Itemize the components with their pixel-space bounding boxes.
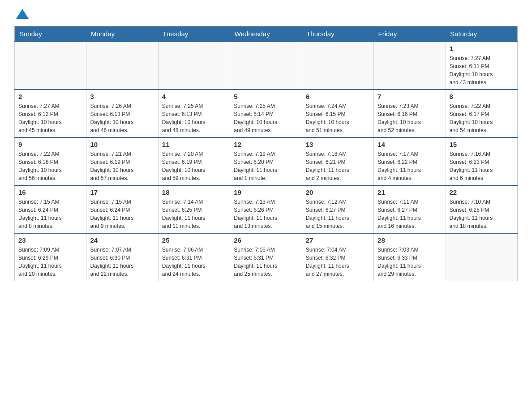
day-number: 16: [18, 188, 82, 196]
day-info: Sunrise: 7:16 AMSunset: 6:23 PMDaylight:…: [450, 150, 514, 182]
day-info: Sunrise: 7:23 AMSunset: 6:16 PMDaylight:…: [378, 102, 442, 134]
day-info: Sunrise: 7:25 AMSunset: 6:13 PMDaylight:…: [162, 102, 226, 134]
calendar-week-row: 1Sunrise: 7:27 AMSunset: 6:11 PMDaylight…: [15, 42, 518, 90]
day-number: 14: [378, 141, 442, 148]
day-info: Sunrise: 7:24 AMSunset: 6:15 PMDaylight:…: [306, 102, 370, 134]
calendar-cell: 5Sunrise: 7:25 AMSunset: 6:14 PMDaylight…: [230, 90, 302, 137]
calendar-cell: 6Sunrise: 7:24 AMSunset: 6:15 PMDaylight…: [302, 90, 373, 137]
day-info: Sunrise: 7:09 AMSunset: 6:29 PMDaylight:…: [18, 246, 82, 278]
day-info: Sunrise: 7:19 AMSunset: 6:20 PMDaylight:…: [234, 150, 298, 182]
day-info: Sunrise: 7:15 AMSunset: 6:24 PMDaylight:…: [90, 198, 154, 230]
calendar-cell: 21Sunrise: 7:11 AMSunset: 6:27 PMDayligh…: [374, 185, 446, 233]
day-number: 11: [162, 141, 226, 148]
calendar-week-row: 9Sunrise: 7:22 AMSunset: 6:18 PMDaylight…: [15, 137, 518, 185]
calendar-cell: 16Sunrise: 7:15 AMSunset: 6:24 PMDayligh…: [15, 185, 86, 233]
day-info: Sunrise: 7:20 AMSunset: 6:19 PMDaylight:…: [162, 150, 226, 182]
calendar-cell: 27Sunrise: 7:04 AMSunset: 6:32 PMDayligh…: [302, 233, 373, 281]
weekday-header-sunday: Sunday: [15, 26, 86, 42]
day-number: 12: [234, 141, 298, 148]
day-info: Sunrise: 7:13 AMSunset: 6:26 PMDaylight:…: [234, 198, 298, 230]
day-number: 17: [90, 188, 154, 196]
day-number: 10: [90, 141, 154, 148]
calendar-cell: 7Sunrise: 7:23 AMSunset: 6:16 PMDaylight…: [374, 90, 446, 137]
calendar-cell: 19Sunrise: 7:13 AMSunset: 6:26 PMDayligh…: [230, 185, 302, 233]
calendar-cell: [374, 42, 446, 90]
day-info: Sunrise: 7:27 AMSunset: 6:12 PMDaylight:…: [18, 102, 82, 134]
day-number: 28: [378, 236, 442, 244]
calendar-cell: 26Sunrise: 7:05 AMSunset: 6:31 PMDayligh…: [230, 233, 302, 281]
day-info: Sunrise: 7:18 AMSunset: 6:21 PMDaylight:…: [306, 150, 370, 182]
weekday-header-saturday: Saturday: [446, 26, 517, 42]
calendar-cell: 9Sunrise: 7:22 AMSunset: 6:18 PMDaylight…: [15, 137, 86, 185]
calendar-cell: 10Sunrise: 7:21 AMSunset: 6:19 PMDayligh…: [86, 137, 158, 185]
day-number: 24: [90, 236, 154, 244]
day-info: Sunrise: 7:14 AMSunset: 6:25 PMDaylight:…: [162, 198, 226, 230]
day-info: Sunrise: 7:27 AMSunset: 6:11 PMDaylight:…: [450, 54, 514, 86]
weekday-header-row: SundayMondayTuesdayWednesdayThursdayFrid…: [15, 26, 518, 42]
calendar-cell: 13Sunrise: 7:18 AMSunset: 6:21 PMDayligh…: [302, 137, 373, 185]
day-number: 6: [306, 93, 370, 100]
calendar-cell: [15, 42, 86, 90]
calendar-cell: [86, 42, 158, 90]
calendar-cell: 14Sunrise: 7:17 AMSunset: 6:22 PMDayligh…: [374, 137, 446, 185]
logo-triangle-icon: [16, 9, 29, 19]
calendar-week-row: 2Sunrise: 7:27 AMSunset: 6:12 PMDaylight…: [15, 90, 518, 137]
day-number: 8: [450, 93, 514, 100]
calendar-cell: 1Sunrise: 7:27 AMSunset: 6:11 PMDaylight…: [446, 42, 517, 90]
calendar-cell: 15Sunrise: 7:16 AMSunset: 6:23 PMDayligh…: [446, 137, 517, 185]
day-number: 21: [378, 188, 442, 196]
day-number: 20: [306, 188, 370, 196]
day-number: 23: [18, 236, 82, 244]
day-number: 15: [450, 141, 514, 148]
logo: [14, 11, 29, 19]
calendar-cell: 11Sunrise: 7:20 AMSunset: 6:19 PMDayligh…: [158, 137, 230, 185]
day-info: Sunrise: 7:03 AMSunset: 6:33 PMDaylight:…: [378, 246, 442, 278]
calendar-cell: 4Sunrise: 7:25 AMSunset: 6:13 PMDaylight…: [158, 90, 230, 137]
day-number: 18: [162, 188, 226, 196]
calendar-week-row: 16Sunrise: 7:15 AMSunset: 6:24 PMDayligh…: [15, 185, 518, 233]
calendar-week-row: 23Sunrise: 7:09 AMSunset: 6:29 PMDayligh…: [15, 233, 518, 281]
day-info: Sunrise: 7:22 AMSunset: 6:17 PMDaylight:…: [450, 102, 514, 134]
calendar-cell: 22Sunrise: 7:10 AMSunset: 6:28 PMDayligh…: [446, 185, 517, 233]
day-info: Sunrise: 7:06 AMSunset: 6:31 PMDaylight:…: [162, 246, 226, 278]
calendar-cell: 24Sunrise: 7:07 AMSunset: 6:30 PMDayligh…: [86, 233, 158, 281]
day-info: Sunrise: 7:11 AMSunset: 6:27 PMDaylight:…: [378, 198, 442, 230]
day-number: 2: [18, 93, 82, 100]
calendar-cell: 8Sunrise: 7:22 AMSunset: 6:17 PMDaylight…: [446, 90, 517, 137]
day-number: 27: [306, 236, 370, 244]
calendar-cell: 28Sunrise: 7:03 AMSunset: 6:33 PMDayligh…: [374, 233, 446, 281]
weekday-header-wednesday: Wednesday: [230, 26, 302, 42]
day-number: 25: [162, 236, 226, 244]
calendar-cell: 18Sunrise: 7:14 AMSunset: 6:25 PMDayligh…: [158, 185, 230, 233]
day-number: 19: [234, 188, 298, 196]
calendar-cell: 20Sunrise: 7:12 AMSunset: 6:27 PMDayligh…: [302, 185, 373, 233]
day-info: Sunrise: 7:26 AMSunset: 6:13 PMDaylight:…: [90, 102, 154, 134]
day-info: Sunrise: 7:17 AMSunset: 6:22 PMDaylight:…: [378, 150, 442, 182]
calendar-cell: [302, 42, 373, 90]
day-info: Sunrise: 7:10 AMSunset: 6:28 PMDaylight:…: [450, 198, 514, 230]
day-info: Sunrise: 7:12 AMSunset: 6:27 PMDaylight:…: [306, 198, 370, 230]
day-info: Sunrise: 7:05 AMSunset: 6:31 PMDaylight:…: [234, 246, 298, 278]
weekday-header-monday: Monday: [86, 26, 158, 42]
day-number: 4: [162, 93, 226, 100]
day-number: 7: [378, 93, 442, 100]
day-number: 1: [450, 45, 514, 52]
day-info: Sunrise: 7:22 AMSunset: 6:18 PMDaylight:…: [18, 150, 82, 182]
calendar-cell: 23Sunrise: 7:09 AMSunset: 6:29 PMDayligh…: [15, 233, 86, 281]
day-info: Sunrise: 7:21 AMSunset: 6:19 PMDaylight:…: [90, 150, 154, 182]
day-number: 13: [306, 141, 370, 148]
calendar-cell: [230, 42, 302, 90]
calendar-cell: 17Sunrise: 7:15 AMSunset: 6:24 PMDayligh…: [86, 185, 158, 233]
calendar-cell: [446, 233, 517, 281]
day-info: Sunrise: 7:25 AMSunset: 6:14 PMDaylight:…: [234, 102, 298, 134]
day-number: 9: [18, 141, 82, 148]
calendar-cell: 3Sunrise: 7:26 AMSunset: 6:13 PMDaylight…: [86, 90, 158, 137]
calendar-cell: 25Sunrise: 7:06 AMSunset: 6:31 PMDayligh…: [158, 233, 230, 281]
weekday-header-tuesday: Tuesday: [158, 26, 230, 42]
weekday-header-friday: Friday: [374, 26, 446, 42]
calendar-cell: 2Sunrise: 7:27 AMSunset: 6:12 PMDaylight…: [15, 90, 86, 137]
calendar-cell: [158, 42, 230, 90]
page-header: [14, 11, 518, 19]
day-number: 26: [234, 236, 298, 244]
calendar-table: SundayMondayTuesdayWednesdayThursdayFrid…: [14, 26, 518, 281]
